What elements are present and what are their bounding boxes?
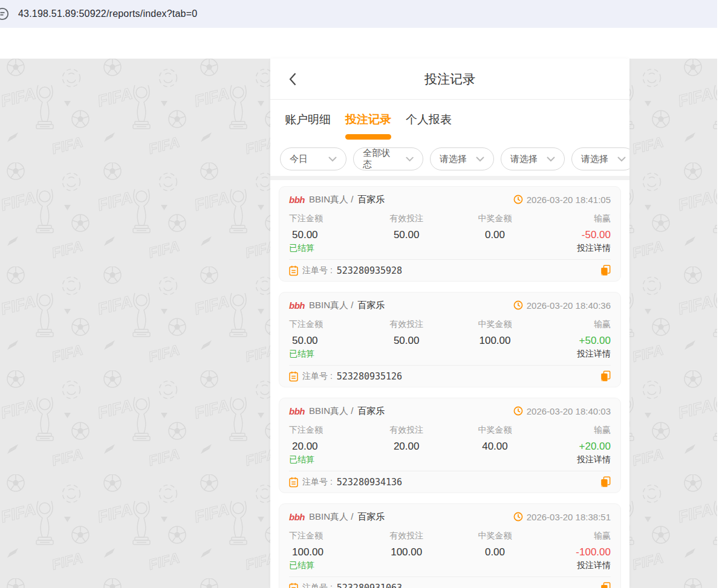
filter-date-select[interactable]: 今日 <box>280 147 346 170</box>
bet-amount-value: 100.00 <box>289 546 366 558</box>
bet-record-card: bbh BBIN真人 / 百家乐 2026-03-20 18:38:51 下注金… <box>279 503 621 588</box>
clock-icon <box>513 406 523 416</box>
bet-time: 2026-03-20 18:38:51 <box>527 512 611 522</box>
filter-select-2[interactable]: 请选择 <box>501 147 565 170</box>
active-tab-underline <box>345 134 391 140</box>
filter-select-3[interactable]: 请选择 <box>571 147 629 170</box>
provider-logo: bbh <box>289 512 305 522</box>
chevron-down-icon <box>328 157 337 162</box>
valid-bet-value: 50.00 <box>366 228 447 241</box>
page-title: 投注记录 <box>270 59 629 100</box>
game-name: 百家乐 <box>357 194 385 205</box>
bet-detail-link[interactable]: 投注详情 <box>577 349 611 360</box>
valid-bet-value: 20.00 <box>366 440 447 453</box>
browser-address-bar[interactable]: 43.198.51.89:50922/reports/index?tab=0 <box>0 0 717 28</box>
provider-name: BBIN真人 / <box>309 300 353 311</box>
page-top-strip <box>0 28 717 59</box>
valid-bet-label: 有效投注 <box>366 531 447 541</box>
bet-amount-value: 50.00 <box>289 228 366 241</box>
bet-record-card: bbh BBIN真人 / 百家乐 2026-03-20 18:41:05 下注金… <box>279 186 621 282</box>
clock-icon <box>513 300 523 310</box>
win-amount-label: 中奖金额 <box>447 425 544 435</box>
order-note-icon <box>289 477 298 488</box>
provider-logo: bbh <box>289 300 305 311</box>
tab-personal-report[interactable]: 个人报表 <box>406 112 452 140</box>
order-note-icon <box>289 265 298 276</box>
clock-icon <box>513 512 523 522</box>
copy-button[interactable] <box>600 265 611 276</box>
chevron-down-icon <box>547 157 555 162</box>
status-badge: 已结算 <box>289 560 314 571</box>
bet-detail-link[interactable]: 投注详情 <box>577 454 611 465</box>
bet-detail-link[interactable]: 投注详情 <box>577 560 611 571</box>
status-badge: 已结算 <box>289 243 314 254</box>
app-header: 投注记录 <box>270 59 629 100</box>
win-amount-label: 中奖金额 <box>447 319 544 329</box>
tab-bet-records[interactable]: 投注记录 <box>345 112 391 140</box>
provider-logo: bbh <box>289 406 305 416</box>
order-number-label: 注单号 : <box>302 477 333 488</box>
win-amount-value: 0.00 <box>447 228 544 241</box>
site-info-icon[interactable] <box>0 6 10 24</box>
status-badge: 已结算 <box>289 349 314 360</box>
win-loss-value: -50.00 <box>543 228 611 241</box>
win-amount-value: 40.00 <box>447 440 544 453</box>
copy-icon <box>600 582 611 588</box>
provider-name: BBIN真人 / <box>309 511 353 523</box>
filter-select-1[interactable]: 请选择 <box>430 147 494 170</box>
order-note-icon <box>289 371 298 382</box>
copy-icon <box>600 370 611 382</box>
bet-time: 2026-03-20 18:40:03 <box>527 406 611 416</box>
order-note-icon <box>289 583 298 588</box>
chevron-down-icon <box>476 157 484 162</box>
win-loss-label: 输赢 <box>543 319 611 329</box>
win-loss-label: 输赢 <box>543 213 611 224</box>
copy-button[interactable] <box>600 476 611 488</box>
win-loss-label: 输赢 <box>543 531 611 541</box>
bet-time: 2026-03-20 18:40:36 <box>527 300 611 311</box>
provider-logo: bbh <box>289 195 305 205</box>
url-text[interactable]: 43.198.51.89:50922/reports/index?tab=0 <box>18 8 197 19</box>
valid-bet-value: 100.00 <box>366 546 447 558</box>
win-amount-label: 中奖金额 <box>447 531 544 541</box>
win-loss-value: -100.00 <box>543 546 611 558</box>
win-loss-value: +50.00 <box>543 334 611 347</box>
order-number-value: 523280931063 <box>337 583 402 588</box>
bet-amount-value: 50.00 <box>289 334 366 347</box>
game-name: 百家乐 <box>357 511 385 523</box>
win-loss-value: +20.00 <box>543 440 611 453</box>
bet-amount-value: 20.00 <box>289 440 366 453</box>
bet-time: 2026-03-20 18:41:05 <box>527 195 611 205</box>
chevron-left-icon <box>288 72 297 86</box>
bet-amount-label: 下注金额 <box>289 319 366 329</box>
win-loss-label: 输赢 <box>543 425 611 435</box>
back-button[interactable] <box>288 59 297 100</box>
filter-status-select[interactable]: 全部状态 <box>353 147 423 170</box>
browser-scrollbar[interactable] <box>717 0 725 588</box>
section-divider <box>270 176 629 180</box>
provider-name: BBIN真人 / <box>309 194 353 205</box>
win-amount-value: 0.00 <box>447 546 544 558</box>
valid-bet-label: 有效投注 <box>366 213 447 224</box>
chevron-down-icon <box>617 157 626 162</box>
win-amount-value: 100.00 <box>447 334 544 347</box>
bet-record-card: bbh BBIN真人 / 百家乐 2026-03-20 18:40:36 下注金… <box>279 292 621 387</box>
copy-button[interactable] <box>600 370 611 382</box>
order-number-value: 523280935126 <box>337 371 402 382</box>
valid-bet-value: 50.00 <box>366 334 447 347</box>
provider-name: BBIN真人 / <box>309 405 353 417</box>
game-name: 百家乐 <box>357 300 385 311</box>
app-panel: 投注记录 账户明细 投注记录 个人报表 今日 全部状态 <box>270 59 629 588</box>
copy-button[interactable] <box>600 582 611 588</box>
valid-bet-label: 有效投注 <box>366 319 447 329</box>
copy-icon <box>600 476 611 488</box>
order-number-label: 注单号 : <box>302 265 333 276</box>
order-number-value: 523280935928 <box>337 265 402 276</box>
bet-detail-link[interactable]: 投注详情 <box>577 243 611 254</box>
valid-bet-label: 有效投注 <box>366 425 447 435</box>
copy-icon <box>600 265 611 276</box>
tab-account-detail[interactable]: 账户明细 <box>285 112 331 140</box>
bet-amount-label: 下注金额 <box>289 213 366 224</box>
tab-bar: 账户明细 投注记录 个人报表 <box>270 100 629 140</box>
game-name: 百家乐 <box>357 405 385 417</box>
